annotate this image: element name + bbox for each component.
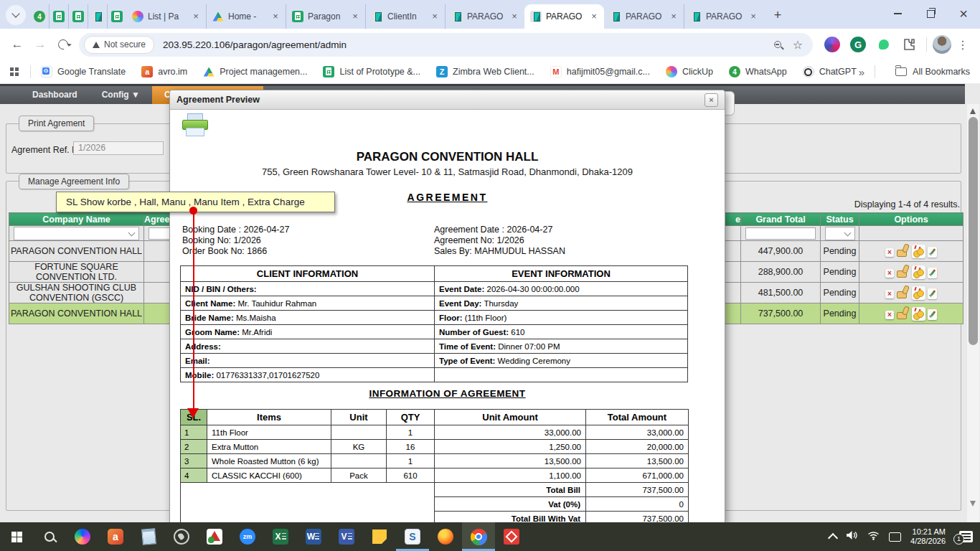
tab-close-icon[interactable] bbox=[668, 11, 679, 22]
thumbs-up-icon[interactable] bbox=[896, 244, 910, 258]
delete-icon[interactable] bbox=[885, 290, 894, 298]
bookmark-item[interactable]: ClickUp bbox=[666, 66, 713, 77]
thumbs-up-icon[interactable] bbox=[896, 286, 910, 299]
bookmark-star-icon[interactable] bbox=[793, 38, 803, 52]
nav-item[interactable]: Dashboard bbox=[20, 86, 90, 104]
company-cell[interactable]: PARAGON CONVENTION HALL bbox=[9, 303, 144, 324]
payment-coins-icon[interactable] bbox=[912, 245, 925, 258]
back-button[interactable]: ← bbox=[6, 33, 29, 56]
profile-avatar[interactable] bbox=[933, 35, 951, 54]
bookmark-item[interactable]: List of Prototype &... bbox=[323, 66, 420, 77]
tab-close-icon[interactable] bbox=[429, 11, 440, 22]
browser-tab[interactable]: PARAGO bbox=[445, 4, 524, 29]
bookmark-item[interactable]: Zimbra Web Client... bbox=[436, 66, 534, 77]
payment-coins-icon[interactable] bbox=[912, 307, 925, 321]
taskbar-excel[interactable] bbox=[264, 522, 297, 551]
payment-coins-icon[interactable] bbox=[912, 265, 925, 279]
extension-green-icon[interactable] bbox=[876, 37, 892, 52]
taskbar-avro[interactable] bbox=[99, 522, 132, 551]
col-grand-total[interactable]: Grand Total bbox=[741, 213, 821, 226]
edit-pencil-icon[interactable] bbox=[928, 268, 937, 278]
taskbar-clock[interactable]: 10:21 AM 4/28/2026 bbox=[910, 527, 946, 546]
browser-tab[interactable]: List | Pa bbox=[126, 4, 206, 29]
payment-coins-icon[interactable] bbox=[912, 286, 925, 300]
chevron-up-icon[interactable] bbox=[828, 533, 838, 543]
close-window-button[interactable] bbox=[947, 0, 980, 27]
bookmark-item[interactable]: Project managemen... bbox=[203, 66, 307, 77]
new-tab-button[interactable] bbox=[768, 5, 788, 25]
scroll-down-icon[interactable] bbox=[970, 501, 976, 507]
tab-close-icon[interactable] bbox=[588, 11, 600, 22]
reload-button[interactable] bbox=[52, 33, 75, 56]
forward-button[interactable]: → bbox=[29, 33, 52, 56]
taskbar-chrome[interactable] bbox=[462, 522, 495, 551]
taskbar-sticky-notes[interactable] bbox=[363, 522, 396, 551]
taskbar-search[interactable] bbox=[33, 522, 66, 551]
address-bar[interactable]: Not secure 203.95.220.106/paragon/agreem… bbox=[79, 33, 813, 57]
all-bookmarks-button[interactable]: All Bookmarks bbox=[895, 67, 970, 77]
extensions-puzzle-icon[interactable] bbox=[902, 37, 916, 52]
bookmark-item[interactable]: 4 WhatsApp bbox=[729, 66, 787, 77]
pinned-tab[interactable] bbox=[88, 4, 107, 29]
tab-close-icon[interactable] bbox=[509, 11, 520, 22]
delete-icon[interactable] bbox=[885, 269, 894, 278]
page-scrollbar[interactable] bbox=[967, 104, 979, 522]
taskbar-whatsapp[interactable] bbox=[165, 522, 198, 551]
bookmark-item[interactable]: hafijmit05@gmail.c... bbox=[550, 66, 650, 77]
delete-icon[interactable] bbox=[885, 248, 894, 257]
speaker-icon[interactable] bbox=[846, 530, 858, 543]
tab-close-icon[interactable] bbox=[349, 11, 361, 22]
company-cell[interactable]: FORTUNE SQUARE CONVENTION LTD. bbox=[9, 262, 144, 283]
tray-app-icon[interactable] bbox=[889, 532, 901, 542]
browser-menu-icon[interactable] bbox=[957, 38, 969, 52]
bookmark-item[interactable]: avro.im bbox=[141, 66, 187, 77]
thumbs-up-icon[interactable] bbox=[896, 265, 910, 278]
company-cell[interactable]: PARAGON CONVENTION HALL bbox=[9, 241, 144, 262]
pinned-tab[interactable]: 4 bbox=[30, 4, 49, 29]
browser-tab[interactable]: Paragon bbox=[286, 4, 365, 29]
browser-tab[interactable]: ClientIn bbox=[365, 4, 445, 29]
tab-close-icon[interactable] bbox=[748, 11, 759, 22]
grand-total-filter-input[interactable] bbox=[745, 227, 816, 240]
company-filter-select[interactable] bbox=[14, 227, 139, 240]
start-button[interactable] bbox=[0, 522, 33, 551]
apps-grid-icon[interactable] bbox=[10, 67, 19, 76]
taskbar-screen-capture[interactable] bbox=[495, 522, 528, 551]
taskbar-irfanview[interactable] bbox=[198, 522, 231, 551]
grammarly-icon[interactable] bbox=[850, 37, 866, 52]
browser-tab[interactable]: Home - bbox=[206, 4, 286, 29]
nav-item[interactable]: Config ▼ bbox=[90, 86, 152, 104]
pinned-tab[interactable] bbox=[68, 4, 88, 29]
browser-tab[interactable]: PARAGO bbox=[524, 4, 604, 29]
taskbar-snagit[interactable] bbox=[396, 522, 429, 551]
edit-pencil-icon[interactable] bbox=[928, 309, 937, 320]
taskbar-visio[interactable] bbox=[330, 522, 363, 551]
pinned-tab[interactable] bbox=[107, 4, 126, 29]
bookmark-item[interactable]: Google Translate bbox=[41, 66, 126, 77]
taskbar-notepad[interactable] bbox=[132, 522, 165, 551]
bookmark-item[interactable]: ChatGPT bbox=[803, 66, 857, 77]
dialog-titlebar[interactable]: Agreement Preview bbox=[170, 90, 725, 110]
tab-search-button[interactable] bbox=[6, 5, 26, 25]
pinned-tab[interactable] bbox=[49, 4, 68, 29]
dialog-close-button[interactable] bbox=[705, 93, 718, 107]
company-cell[interactable]: GULSHAN SHOOTING CLUB CONVENTION (GSCC) bbox=[9, 283, 144, 303]
edit-pencil-icon[interactable] bbox=[928, 247, 937, 258]
print-icon[interactable] bbox=[181, 113, 208, 138]
security-chip[interactable]: Not secure bbox=[84, 36, 154, 54]
taskbar-word[interactable] bbox=[297, 522, 330, 551]
browser-tab[interactable]: PARAGO bbox=[684, 4, 763, 29]
delete-icon[interactable] bbox=[885, 311, 894, 319]
taskbar-zoom[interactable] bbox=[231, 522, 264, 551]
browser-tab[interactable]: PARAGO bbox=[604, 4, 684, 29]
zoom-indicator-icon[interactable] bbox=[774, 41, 781, 48]
taskbar-firefox[interactable] bbox=[429, 522, 462, 551]
col-status[interactable]: Status bbox=[821, 213, 859, 226]
scrollbar-thumb[interactable] bbox=[969, 117, 978, 345]
thumbs-up-icon[interactable] bbox=[896, 306, 910, 320]
url-text[interactable]: 203.95.220.106/paragon/agreement/admin bbox=[163, 39, 347, 50]
extension-icon[interactable] bbox=[824, 37, 840, 52]
tab-close-icon[interactable] bbox=[190, 11, 202, 22]
status-filter-select[interactable] bbox=[825, 227, 855, 240]
restore-button[interactable] bbox=[914, 0, 947, 27]
